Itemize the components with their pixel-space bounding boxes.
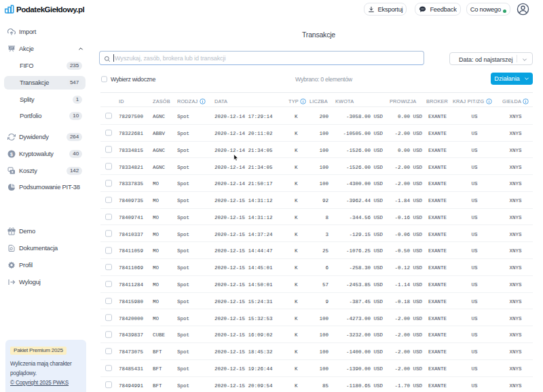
svg-text:$: $ — [10, 151, 13, 157]
